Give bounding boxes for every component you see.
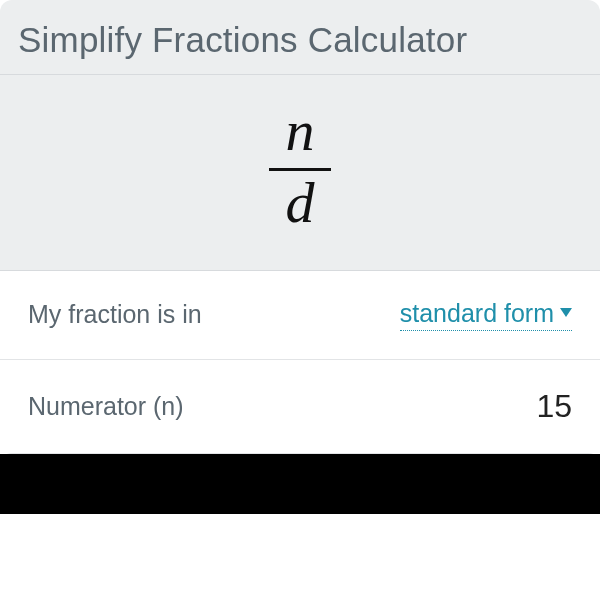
fraction-form-dropdown[interactable]: standard form <box>400 299 572 331</box>
numerator-label: Numerator (n) <box>28 392 184 421</box>
fraction-illustration: n d <box>0 75 600 271</box>
row-numerator: Numerator (n) 15 <box>0 360 600 454</box>
row-fraction-form: My fraction is in standard form <box>0 271 600 360</box>
fraction-form-label: My fraction is in <box>28 300 202 329</box>
svg-marker-0 <box>560 308 572 317</box>
calculator-card: Simplify Fractions Calculator n d My fra… <box>0 0 600 454</box>
numerator-input[interactable]: 15 <box>536 388 572 425</box>
chevron-down-icon <box>560 308 572 318</box>
footer-bar <box>0 454 600 514</box>
fraction-symbol: n d <box>269 101 331 234</box>
fraction-form-value: standard form <box>400 299 554 328</box>
fraction-numerator-symbol: n <box>286 101 315 162</box>
fraction-denominator-symbol: d <box>286 173 315 234</box>
page-title: Simplify Fractions Calculator <box>0 0 600 74</box>
